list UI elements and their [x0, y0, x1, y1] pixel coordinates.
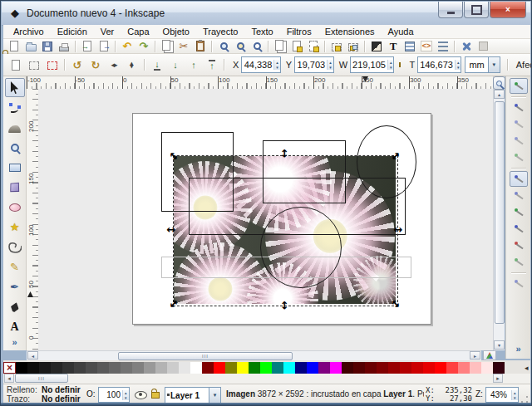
layer-lock-icon[interactable]	[151, 392, 160, 399]
scale-handle-w[interactable]: ↔	[165, 223, 178, 237]
palette-swatch[interactable]	[62, 362, 74, 374]
fill-stroke-dialog-button[interactable]	[368, 39, 385, 53]
zoom-selection-button[interactable]	[215, 39, 232, 53]
menu-item[interactable]: Texto	[244, 26, 279, 37]
rectangle-tool[interactable]	[5, 158, 25, 177]
select-all-button[interactable]	[7, 56, 25, 74]
palette-swatch[interactable]	[377, 362, 388, 374]
vertical-ruler[interactable]: 200150100500	[27, 89, 39, 350]
scroll-up-button[interactable]: ▴	[494, 90, 505, 99]
palette-swatch[interactable]	[190, 362, 202, 374]
palette-swatch[interactable]	[214, 362, 225, 374]
text-dialog-button[interactable]: T	[385, 39, 401, 53]
undo-button[interactable]: ↶	[119, 39, 135, 53]
snap-bbox-midpoints-button[interactable]	[510, 149, 528, 165]
scale-handle-n[interactable]: ↔	[278, 147, 291, 160]
box3d-tool[interactable]	[5, 178, 25, 197]
menu-item[interactable]: Ayuda	[382, 26, 421, 37]
palette-swatch[interactable]	[283, 362, 295, 374]
palette-swatch[interactable]	[470, 362, 481, 374]
snap-midpoints-button[interactable]	[510, 254, 528, 270]
palette-swatch[interactable]	[167, 362, 179, 374]
menu-item[interactable]: Extensiones	[318, 26, 382, 37]
create-clone-button[interactable]	[288, 39, 305, 53]
horizontal-ruler[interactable]: -100-50050100150200250300350	[27, 76, 493, 90]
scale-handle-s[interactable]: ↔	[278, 299, 291, 312]
spiral-tool[interactable]	[5, 237, 25, 257]
w-input[interactable]: 219,105▴▾	[350, 56, 394, 73]
lock-ratio-icon[interactable]	[399, 62, 401, 67]
document-properties-button[interactable]	[475, 39, 491, 53]
palette-swatch[interactable]	[155, 362, 167, 374]
palette-scroll-right-button[interactable]: ▸	[493, 374, 503, 383]
tweak-tool[interactable]	[5, 118, 25, 137]
paste-button[interactable]	[192, 39, 209, 53]
palette-swatch[interactable]	[39, 362, 51, 374]
palette-swatch[interactable]	[388, 362, 400, 374]
close-button[interactable]: ×	[490, 2, 526, 18]
align-dialog-button[interactable]	[435, 39, 451, 53]
rotate-ccw-button[interactable]: ↺	[68, 56, 86, 74]
palette-swatch[interactable]	[132, 362, 144, 374]
palette-swatch[interactable]	[16, 362, 27, 374]
lower-to-bottom-button[interactable]: ↓	[148, 56, 166, 74]
calligraphy-tool[interactable]	[5, 297, 25, 316]
scroll-right-button[interactable]: ▸	[470, 351, 480, 360]
palette-swatch[interactable]	[27, 362, 39, 374]
unlink-clone-button[interactable]	[305, 39, 322, 53]
export-button[interactable]: →	[96, 39, 112, 53]
palette-swatch[interactable]	[342, 362, 353, 374]
new-document-button[interactable]	[6, 39, 22, 53]
palette-swatch[interactable]	[435, 362, 446, 374]
canvas[interactable]: ↔ ↔ ↔ ↔ ↔ ↔ ↔ ↔	[38, 89, 493, 350]
scroll-down-button[interactable]: ▾	[494, 340, 505, 350]
raise-to-top-button[interactable]: ↑	[203, 56, 221, 74]
selector-tool[interactable]	[5, 78, 25, 97]
raise-button[interactable]: ↑	[185, 56, 203, 74]
palette-swatch[interactable]	[86, 362, 97, 374]
node-editor-tool[interactable]	[5, 98, 25, 117]
import-button[interactable]: →	[79, 39, 96, 53]
units-dropdown[interactable]: mm▾	[465, 56, 500, 73]
flip-vertical-button[interactable]: ◂▸	[123, 56, 141, 74]
color-managed-display-button[interactable]	[483, 350, 496, 360]
snapbar-overflow-chevron[interactable]: »	[515, 344, 520, 354]
snap-bbox-edges-button[interactable]	[510, 116, 528, 132]
snap-bounding-box-button[interactable]	[510, 100, 528, 115]
palette-swatch[interactable]	[481, 362, 493, 374]
horizontal-scroll-handle[interactable]: III	[118, 352, 293, 360]
palette-swatch[interactable]	[330, 362, 342, 374]
zoom-drawing-button[interactable]	[232, 39, 249, 53]
palette-scrollbar[interactable]: ◂ III ▸	[3, 374, 530, 384]
palette-scroll-left-button[interactable]: ◂	[4, 374, 14, 383]
vertical-scroll-handle[interactable]	[495, 101, 505, 324]
snap-paths-button[interactable]	[510, 188, 528, 203]
snap-nodes-button[interactable]	[510, 171, 528, 187]
palette-swatch[interactable]	[295, 362, 307, 374]
zoom-input[interactable]: 43%▴▾	[485, 387, 519, 403]
palette-scroll-handle[interactable]: III	[15, 374, 68, 383]
x-input[interactable]: 44,338▴▾	[241, 56, 281, 73]
xml-editor-button[interactable]: <>	[418, 39, 435, 53]
palette-swatch[interactable]	[458, 362, 470, 374]
palette-swatch[interactable]	[353, 362, 365, 374]
palette-swatch[interactable]	[365, 362, 377, 374]
opacity-input[interactable]: 100▴▾	[98, 387, 130, 403]
palette-swatch[interactable]	[74, 362, 86, 374]
sticky-zoom-button[interactable]	[493, 76, 505, 90]
snap-path-intersections-button[interactable]	[510, 204, 528, 220]
enable-snapping-button[interactable]	[510, 78, 528, 94]
palette-swatch[interactable]	[97, 362, 109, 374]
menu-item[interactable]: Objeto	[156, 26, 196, 37]
palette-swatch[interactable]	[260, 362, 272, 374]
no-color-swatch[interactable]: ×	[3, 362, 16, 374]
zoom-tool[interactable]	[5, 138, 25, 157]
y-input[interactable]: 19,703▴▾	[294, 56, 334, 73]
layer-dropdown[interactable]: Layer 1▾	[165, 387, 221, 404]
palette-swatch[interactable]	[109, 362, 121, 374]
maximize-button[interactable]	[464, 2, 489, 18]
star-tool[interactable]: ★	[5, 218, 25, 237]
palette-swatch[interactable]	[272, 362, 283, 374]
toolbox-overflow-chevron[interactable]: »	[12, 337, 17, 347]
palette-swatch[interactable]	[446, 362, 458, 374]
